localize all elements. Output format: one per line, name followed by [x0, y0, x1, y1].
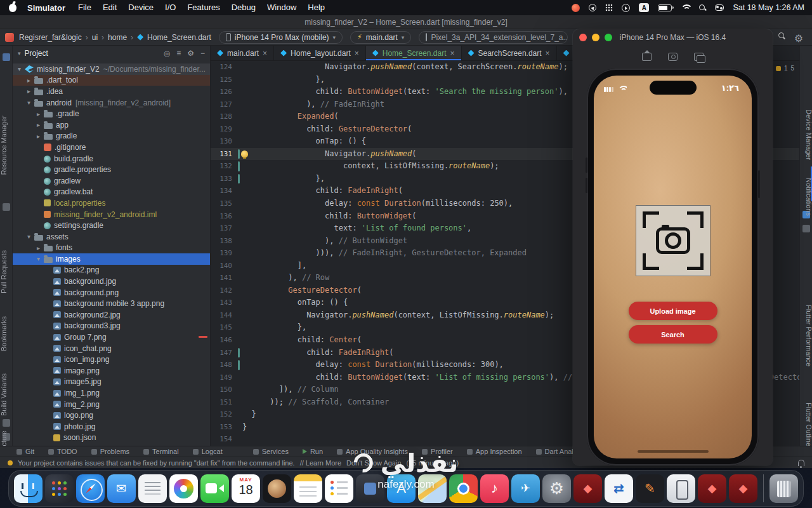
toolwindow-app-inspection[interactable]: App Inspection	[467, 448, 522, 455]
toolwindow-problems[interactable]: Problems	[91, 448, 129, 455]
tool-button-notifications[interactable]: Notifications	[800, 178, 812, 216]
tree-item-app[interactable]: ▸app	[13, 119, 210, 131]
tree-item-android[interactable]: ▾android[missing_finder_v2_android]	[13, 97, 210, 109]
dock-safari-icon[interactable]	[76, 474, 105, 503]
toolwindow-logcat[interactable]: Logcat	[193, 448, 223, 455]
menu-item-features[interactable]: Features	[181, 0, 225, 15]
menu-item-window[interactable]: Window	[261, 0, 302, 15]
simulator-title-bar[interactable]: iPhone 14 Pro Max — iOS 16.4	[573, 29, 773, 46]
tree-item-photo-jpg[interactable]: photo.jpg	[13, 421, 210, 432]
tree-item-fonts[interactable]: ▸fonts	[13, 243, 210, 254]
home-indicator[interactable]	[638, 450, 709, 453]
tree-item-settings-gradle[interactable]: settings.gradle	[13, 220, 210, 231]
menu-clock[interactable]: Sat 18 May 1:26 AM	[733, 3, 804, 12]
tool-button-pull-requests[interactable]: Pull Requests	[0, 250, 13, 293]
grid-icon[interactable]	[605, 4, 613, 11]
menu-item-device[interactable]: Device	[122, 0, 159, 15]
search-everywhere-icon[interactable]	[778, 32, 785, 39]
tool-button-flutter-outline[interactable]: Flutter Outline	[800, 403, 812, 446]
tree-item-icon-img-png[interactable]: icon_img.png	[13, 354, 210, 365]
tree-item-missing-finder-v2[interactable]: ▾missing_finder_V2~/Documents/missing_fi…	[13, 64, 210, 75]
tool-button-resource-manager[interactable]: Resource Manager	[0, 116, 13, 175]
problems-tool-icon[interactable]	[3, 419, 10, 427]
devices-icon[interactable]	[694, 53, 704, 61]
dock-reminders-icon[interactable]	[325, 474, 353, 503]
volume-up-button[interactable]	[586, 157, 587, 173]
toolwindow-git[interactable]: Git	[16, 448, 34, 455]
apple-icon[interactable]	[9, 4, 16, 12]
dock-telegram-icon[interactable]: ✈	[511, 474, 540, 503]
tree-item-image5-jpg[interactable]: image5.jpg	[13, 377, 210, 388]
tab-home-layout-dart[interactable]: Home_layout.dart×	[274, 46, 366, 60]
toolwindow-services[interactable]: Services	[253, 448, 289, 455]
tree-item-gradle[interactable]: ▸gradle	[13, 131, 210, 142]
tree-item-gradlew-bat[interactable]: gradlew.bat	[13, 187, 210, 198]
tree-item-gitignore[interactable]: .gitignore	[13, 142, 210, 153]
tree-item-background3-jpg[interactable]: background3.jpg	[13, 321, 210, 332]
home-icon[interactable]	[642, 53, 652, 61]
avd-tab[interactable]: Pixel_3a_API_34_extension_level_7_a...	[419, 31, 568, 44]
tool-button-bookmarks[interactable]: Bookmarks	[0, 316, 13, 351]
project-tool-icon[interactable]	[3, 53, 10, 61]
dock-goldapp-icon[interactable]	[263, 474, 291, 503]
notifications-bell-icon[interactable]	[798, 460, 804, 466]
menu-item-edit[interactable]: Edit	[97, 0, 122, 15]
location-icon[interactable]	[589, 4, 596, 11]
menu-item-debug[interactable]: Debug	[226, 0, 261, 15]
tree-item-group-7-png[interactable]: Group 7.png	[13, 331, 210, 343]
dock-pencil-icon[interactable]: ✎	[636, 474, 664, 503]
dock-launchpad-icon[interactable]	[45, 474, 74, 503]
commit-tool-icon[interactable]	[3, 203, 10, 211]
dock-notes-icon[interactable]	[294, 474, 322, 503]
dock-adobe1-icon[interactable]: ◆	[573, 474, 602, 503]
tree-item-background-mobile-3-app-png[interactable]: background mobile 3 app.png	[13, 298, 210, 309]
dock-settings-icon[interactable]: ⚙	[542, 474, 571, 503]
panel-settings-icon[interactable]: ⚙	[187, 49, 194, 58]
tree-item-gradle[interactable]: ▸.gradle	[13, 108, 210, 119]
breadcrumb-item-home-screen-dart[interactable]: Home_Screen.dart	[147, 33, 211, 42]
spotlight-icon[interactable]	[699, 4, 706, 11]
record-indicator-icon[interactable]	[572, 4, 580, 12]
dock-adobe2-icon[interactable]: ◆	[698, 474, 726, 503]
dock-photos-icon[interactable]	[169, 474, 198, 503]
tree-item-soon-json[interactable]: soon.json	[13, 432, 210, 444]
close-icon[interactable]: ×	[450, 49, 455, 58]
dock-mail-icon[interactable]: ✉	[107, 474, 136, 503]
tree-item-dart-tool[interactable]: ▸.dart_tool	[13, 75, 210, 86]
tree-item-background2-jpg[interactable]: background2.jpg	[13, 309, 210, 321]
tree-item-background-png[interactable]: background.png	[13, 287, 210, 298]
control-center-icon[interactable]	[715, 4, 724, 11]
dock-facetime-icon[interactable]	[200, 474, 229, 503]
power-button[interactable]	[758, 170, 760, 198]
tab-home-screen-dart[interactable]: Home_Screen.dart×	[366, 46, 462, 60]
search-button[interactable]: Search	[629, 325, 717, 344]
project-panel-title[interactable]: Project	[25, 49, 48, 58]
run-config-selector[interactable]: ⚡ main.dart ▾	[350, 31, 411, 44]
close-icon[interactable]: ×	[263, 49, 267, 58]
tree-item-assets[interactable]: ▾assets	[13, 231, 210, 243]
tree-item-gradlew[interactable]: gradlew	[13, 175, 210, 187]
tree-item-background-jpg[interactable]: background.jpg	[13, 276, 210, 287]
dock-adobe3-icon[interactable]: ◆	[729, 474, 757, 503]
hide-panel-icon[interactable]: −	[200, 49, 205, 58]
collapse-all-icon[interactable]: ≡	[176, 49, 181, 58]
settings-gear-icon[interactable]: ⚙	[794, 32, 803, 44]
device-selector[interactable]: iPhone 14 Pro Max (mobile) ▾	[219, 31, 343, 44]
tree-item-logo-png[interactable]: logo.png	[13, 410, 210, 421]
learn-more-link[interactable]: // Learn More	[300, 459, 341, 467]
intention-bulb-icon[interactable]	[241, 150, 248, 157]
tab-searchscreen-dart[interactable]: SearchScreen.dart×	[462, 46, 557, 60]
tab-main-dart[interactable]: main.dart×	[211, 46, 274, 60]
menu-item-file[interactable]: File	[72, 0, 97, 15]
tree-item-missing-finder-v2-android-iml[interactable]: missing_finder_v2_android.iml	[13, 209, 210, 220]
close-icon[interactable]: ×	[546, 49, 550, 58]
dock-teamviewer-icon[interactable]: ⇄	[605, 474, 633, 503]
menu-app-name[interactable]: Simulator	[22, 3, 71, 13]
wifi-icon[interactable]	[681, 4, 690, 11]
input-source-icon[interactable]: A	[639, 3, 649, 12]
upload-image-button[interactable]: Upload image	[629, 302, 717, 320]
tree-item-gradle-properties[interactable]: gradle.properties	[13, 164, 210, 175]
tree-item-build-gradle[interactable]: build.gradle	[13, 153, 210, 164]
dock-calendar-icon[interactable]: MAY18	[232, 474, 260, 503]
tree-item-icon-chat-png[interactable]: icon_chat.png	[13, 343, 210, 354]
